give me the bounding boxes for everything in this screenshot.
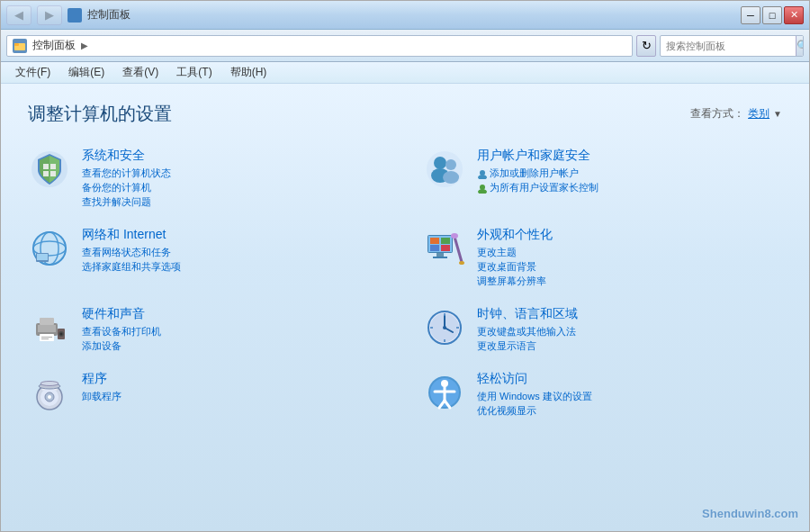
address-path: 控制面板: [32, 38, 76, 53]
svg-rect-27: [441, 238, 450, 244]
network-internet-link-1[interactable]: 选择家庭组和共享选项: [82, 260, 387, 274]
search-box: 🔍: [660, 35, 804, 57]
menu-view[interactable]: 查看(V): [115, 63, 166, 82]
clock-language-text: 时钟、语言和区域 更改键盘或其他输入法 更改显示语言: [477, 306, 782, 353]
user-accounts-links: 添加或删除用户帐户 为所有用户设置家长控制: [477, 167, 782, 194]
search-button[interactable]: 🔍: [796, 35, 804, 57]
close-button[interactable]: ✕: [784, 6, 804, 24]
category-ease-access[interactable]: 轻松访问 使用 Windows 建议的设置 优化视频显示: [423, 371, 782, 418]
clock-language-links: 更改键盘或其他输入法 更改显示语言: [477, 325, 782, 353]
system-security-link-0[interactable]: 查看您的计算机状态: [82, 167, 387, 180]
network-internet-title[interactable]: 网络和 Internet: [82, 227, 387, 243]
view-selector: 查看方式： 类别 ▼: [690, 106, 782, 122]
clock-language-link-1[interactable]: 更改显示语言: [477, 339, 782, 353]
network-internet-text: 网络和 Internet 查看网络状态和任务 选择家庭组和共享选项: [82, 227, 387, 274]
hardware-sound-link-0[interactable]: 查看设备和打印机: [82, 325, 387, 338]
view-value-button[interactable]: 类别: [748, 106, 770, 122]
svg-rect-29: [441, 245, 450, 251]
clock-language-icon: [423, 306, 466, 349]
category-clock-language[interactable]: 时钟、语言和区域 更改键盘或其他输入法 更改显示语言: [423, 306, 782, 353]
programs-links: 卸载程序: [82, 390, 387, 403]
user-accounts-title[interactable]: 用户帐户和家庭安全: [477, 148, 782, 164]
svg-point-13: [478, 175, 487, 179]
svg-rect-35: [40, 318, 54, 325]
svg-rect-3: [43, 164, 49, 169]
svg-point-7: [427, 151, 463, 187]
svg-rect-37: [41, 337, 52, 338]
category-appearance[interactable]: 外观和个性化 更改主题 更改桌面背景 调整屏幕分辨率: [423, 227, 782, 288]
category-system-security[interactable]: 系统和安全 查看您的计算机状态 备份您的计算机 查找并解决问题: [28, 148, 387, 209]
system-security-title[interactable]: 系统和安全: [82, 148, 387, 164]
network-internet-links: 查看网络状态和任务 选择家庭组和共享选项: [82, 246, 387, 274]
refresh-button[interactable]: ↻: [636, 35, 656, 57]
system-security-link-1[interactable]: 备份您的计算机: [82, 181, 387, 194]
category-hardware-sound[interactable]: 硬件和声音 查看设备和打印机 添加设备: [28, 306, 387, 353]
forward-button[interactable]: ▶: [37, 5, 62, 25]
svg-rect-24: [436, 253, 444, 257]
hardware-sound-text: 硬件和声音 查看设备和打印机 添加设备: [82, 306, 387, 353]
svg-rect-34: [38, 325, 56, 332]
programs-icon: [28, 371, 71, 414]
search-input[interactable]: [661, 41, 796, 51]
clock-language-link-0[interactable]: 更改键盘或其他输入法: [477, 325, 782, 338]
back-button[interactable]: ◀: [6, 5, 32, 25]
network-internet-link-0[interactable]: 查看网络状态和任务: [82, 246, 387, 259]
hardware-sound-title[interactable]: 硬件和声音: [82, 306, 387, 322]
ease-access-links: 使用 Windows 建议的设置 优化视频显示: [477, 390, 782, 418]
view-label: 查看方式：: [690, 106, 744, 122]
menu-edit[interactable]: 编辑(E): [61, 63, 112, 82]
svg-rect-5: [43, 171, 49, 176]
page-header: 调整计算机的设置 查看方式： 类别 ▼: [28, 102, 782, 126]
svg-line-30: [454, 237, 462, 262]
user-accounts-link-1[interactable]: 为所有用户设置家长控制: [477, 181, 782, 194]
category-network-internet[interactable]: 网络和 Internet 查看网络状态和任务 选择家庭组和共享选项: [28, 227, 387, 288]
appearance-link-1[interactable]: 更改桌面背景: [477, 260, 782, 274]
address-input[interactable]: 控制面板 ▶: [6, 35, 633, 57]
svg-point-41: [60, 333, 63, 336]
svg-rect-38: [41, 338, 49, 339]
view-dropdown-icon[interactable]: ▼: [773, 109, 782, 119]
hardware-sound-links: 查看设备和打印机 添加设备: [82, 325, 387, 353]
main-window: ◀ ▶ 控制面板 ─ □ ✕ 控制面板 ▶ ↻ 🔍 文件(F) 编辑(E): [0, 0, 810, 532]
ease-access-link-0[interactable]: 使用 Windows 建议的设置: [477, 390, 782, 403]
menu-tools[interactable]: 工具(T): [169, 63, 219, 82]
user-accounts-icon: [423, 148, 466, 191]
appearance-link-2[interactable]: 调整屏幕分辨率: [477, 275, 782, 288]
clock-language-title[interactable]: 时钟、语言和区域: [477, 306, 782, 322]
menu-help[interactable]: 帮助(H): [223, 63, 274, 82]
hardware-sound-link-1[interactable]: 添加设备: [82, 339, 387, 353]
appearance-title[interactable]: 外观和个性化: [477, 227, 782, 243]
user-accounts-link-0[interactable]: 添加或删除用户帐户: [477, 167, 782, 180]
svg-rect-21: [37, 254, 48, 260]
appearance-link-0[interactable]: 更改主题: [477, 246, 782, 259]
hardware-sound-icon: [28, 306, 71, 349]
menu-file[interactable]: 文件(F): [8, 63, 58, 82]
svg-point-50: [443, 326, 446, 329]
svg-point-11: [443, 171, 459, 184]
system-security-icon: [28, 148, 71, 191]
programs-link-0[interactable]: 卸载程序: [82, 390, 387, 403]
watermark: Shenduwin8.com: [702, 507, 798, 520]
maximize-button[interactable]: □: [762, 6, 782, 24]
svg-point-8: [434, 157, 446, 169]
ease-access-link-1[interactable]: 优化视频显示: [477, 404, 782, 418]
menu-bar: 文件(F) 编辑(E) 查看(V) 工具(T) 帮助(H): [1, 62, 809, 84]
ease-access-title[interactable]: 轻松访问: [477, 371, 782, 387]
category-programs[interactable]: 程序 卸载程序: [28, 371, 387, 418]
system-security-link-2[interactable]: 查找并解决问题: [82, 195, 387, 209]
svg-point-54: [48, 395, 51, 399]
programs-title[interactable]: 程序: [82, 371, 387, 387]
appearance-text: 外观和个性化 更改主题 更改桌面背景 调整屏幕分辨率: [477, 227, 782, 288]
title-bar-controls: ─ □ ✕: [741, 6, 804, 24]
appearance-links: 更改主题 更改桌面背景 调整屏幕分辨率: [477, 246, 782, 288]
system-security-text: 系统和安全 查看您的计算机状态 备份您的计算机 查找并解决问题: [82, 148, 387, 209]
category-user-accounts[interactable]: 用户帐户和家庭安全 添加或删除用户帐户 为所有用户设置家长控制: [423, 148, 782, 209]
svg-rect-25: [433, 257, 447, 258]
svg-rect-28: [430, 245, 439, 251]
svg-rect-26: [430, 238, 439, 244]
page-title: 调整计算机的设置: [28, 102, 172, 126]
user-icon-small: [477, 168, 488, 179]
minimize-button[interactable]: ─: [741, 6, 760, 24]
ease-access-text: 轻松访问 使用 Windows 建议的设置 优化视频显示: [477, 371, 782, 418]
window-title: 控制面板: [87, 7, 130, 23]
